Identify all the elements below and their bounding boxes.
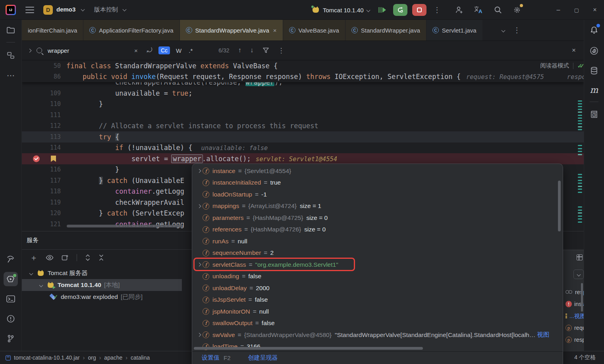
expand-chevron-icon[interactable] [195, 333, 203, 336]
inspections-ok-icon[interactable]: ✓✓ [577, 62, 581, 69]
gutter[interactable]: 110 [22, 100, 66, 108]
gutter[interactable]: 118 [22, 188, 66, 195]
search-result-stripe-mark[interactable] [578, 106, 582, 107]
find-expand-icon[interactable] [28, 48, 32, 52]
close-button[interactable]: × [586, 6, 604, 13]
settings-gear-icon[interactable] [513, 6, 521, 14]
reader-mode-label[interactable]: 阅读器模式 [540, 62, 569, 69]
open-in-new-tab-icon[interactable] [62, 254, 69, 261]
run-more-icon[interactable]: ⋮ [434, 6, 441, 14]
search-result-stripe-mark[interactable] [578, 100, 582, 102]
build-hammer-icon[interactable] [4, 252, 18, 266]
expand-chevron-icon[interactable] [195, 205, 203, 208]
search-result-stripe-mark[interactable] [578, 120, 582, 121]
maximize-button[interactable]: ▢ [567, 7, 586, 13]
search-result-stripe-mark[interactable] [578, 129, 582, 130]
previous-match-icon[interactable]: ↑ [238, 46, 242, 54]
search-result-stripe-mark[interactable] [578, 177, 582, 178]
variable-row[interactable]: floadTime=3166 [192, 341, 563, 352]
variable-row[interactable]: finstanceInitialized=true [192, 177, 563, 189]
search-input[interactable]: wrapper [48, 47, 134, 54]
variable-row[interactable]: funloadDelay=2000 [192, 282, 563, 294]
tree-row[interactable]: Tomcat 10.1.40[本地] [22, 279, 182, 291]
panel-fragment-row[interactable]: ...视图 [565, 310, 584, 322]
dictionary-icon[interactable]: A [587, 107, 601, 121]
gutter[interactable]: 121 [22, 221, 66, 228]
gutter[interactable]: 119 [22, 199, 66, 206]
code-line[interactable]: 114if (!unavailable) {unavailable: false [22, 143, 584, 154]
popup-vertical-scrollbar[interactable] [558, 181, 561, 231]
regex-toggle[interactable]: .* [189, 47, 193, 54]
gutter[interactable]: 50 [22, 62, 66, 69]
search-result-stripe-mark[interactable] [578, 218, 582, 220]
whole-words-toggle[interactable]: W [176, 47, 181, 54]
gutter[interactable]: 86 [22, 73, 66, 80]
run-config-name[interactable]: Tomcat 10.1.40 [323, 7, 364, 13]
find-more-kebab-icon[interactable]: ⋮ [278, 46, 285, 55]
vcs-chevron-down-icon[interactable] [123, 8, 127, 12]
search-result-stripe-mark[interactable] [578, 126, 582, 127]
expand-chevron-icon[interactable] [195, 263, 203, 266]
panel-fragment-row[interactable]: prespo [565, 334, 584, 346]
add-service-icon[interactable]: ＋ [30, 252, 38, 263]
code-line[interactable]: 113try { [22, 131, 584, 143]
panel-fragment-row[interactable]: prequ [565, 322, 584, 334]
editor-horizontal-scrollbar[interactable] [67, 225, 183, 227]
variable-row[interactable]: fswValve={StandardWrapperValve@4580}"Sta… [192, 329, 563, 341]
breakpoint-icon[interactable] [33, 155, 40, 162]
expand-all-icon[interactable] [85, 254, 91, 261]
gutter[interactable]: 116 [22, 166, 66, 173]
restart-debug-button[interactable] [393, 4, 407, 16]
resume-button[interactable] [378, 7, 386, 13]
search-result-stripe-mark[interactable] [578, 148, 582, 149]
panel-collapse-chevron-icon[interactable] [573, 270, 584, 279]
layout-grid-icon[interactable] [577, 254, 583, 260]
gutter[interactable]: 114 [22, 144, 66, 151]
notifications-bell-icon[interactable] [587, 23, 601, 37]
breadcrumb[interactable]: tomcat-catalina-10.1.40.jar›org›apache›c… [14, 354, 150, 361]
fragment-scrollbar[interactable] [581, 283, 583, 312]
find-search-icon[interactable] [37, 48, 42, 53]
terminal-icon[interactable] [4, 292, 18, 306]
add-user-icon[interactable] [455, 6, 463, 14]
filter-icon[interactable] [262, 47, 269, 54]
bookmark-icon[interactable] [51, 156, 56, 162]
tab-options-kebab-icon[interactable]: ⋮ [513, 26, 521, 35]
newline-arrow-icon[interactable]: ⤾ [147, 46, 152, 54]
search-result-stripe-mark[interactable] [578, 154, 582, 155]
project-badge[interactable]: D [43, 5, 53, 15]
view-link[interactable]: 视图 [537, 331, 549, 339]
project-chevron-down-icon[interactable] [81, 8, 85, 12]
run-config-chevron-down-icon[interactable] [366, 8, 370, 12]
close-find-icon[interactable]: × [572, 46, 576, 54]
search-result-stripe-mark[interactable] [578, 216, 582, 217]
ai-assistant-icon[interactable] [587, 44, 601, 58]
tab-close-icon[interactable]: × [273, 27, 277, 34]
variable-row[interactable]: floadOnStartup=-1 [192, 189, 563, 200]
problems-icon[interactable] [4, 312, 18, 326]
search-result-stripe-mark[interactable] [578, 112, 582, 113]
code-line[interactable]: servlet = wrapper.allocate();servlet: Se… [22, 153, 584, 164]
more-tool-windows-icon[interactable]: ⋯ [4, 68, 18, 83]
search-result-stripe-mark[interactable] [578, 115, 582, 116]
main-menu-icon[interactable] [25, 7, 34, 13]
variable-row[interactable]: freferences={HashMap@4726}size = 0 [192, 224, 563, 236]
expand-chevron-icon[interactable] [195, 169, 203, 172]
editor-tab[interactable]: CStandardWrapper.java [345, 20, 426, 40]
search-result-stripe-mark[interactable] [578, 109, 582, 110]
variable-row[interactable]: fsequenceNumber=2 [192, 247, 563, 259]
code-line[interactable]: 86public void invoke(Request request, Re… [22, 71, 584, 83]
code-line[interactable]: 110} [22, 99, 584, 110]
variable-row[interactable]: fservletClass="org.example.demo3.Servlet… [192, 259, 563, 271]
search-result-stripe-mark[interactable] [578, 192, 582, 193]
editor-tab[interactable]: CServlet1.java [426, 20, 483, 40]
stop-button[interactable] [412, 4, 426, 16]
gutter[interactable]: 113 [22, 133, 66, 141]
search-result-stripe-mark[interactable] [578, 117, 582, 119]
collapse-all-icon[interactable] [98, 254, 104, 261]
match-case-toggle[interactable]: Cc [158, 46, 170, 54]
editor-tab[interactable]: CValveBase.java [283, 20, 345, 40]
view-mode-eye-icon[interactable] [46, 255, 54, 260]
next-match-icon[interactable]: ↓ [250, 46, 254, 54]
search-result-stripe-mark[interactable] [578, 189, 582, 190]
